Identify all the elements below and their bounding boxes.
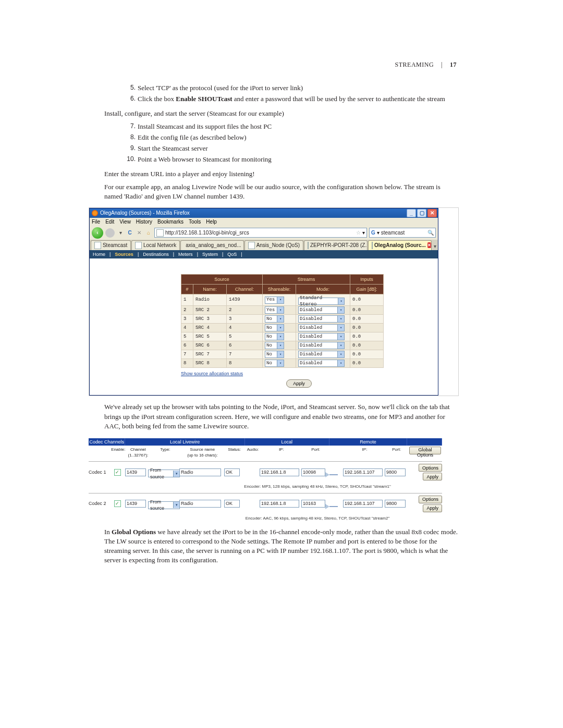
cell-shareable: No▾ — [263, 324, 296, 332]
tab-ansis[interactable]: Ansis_Node (QoS) — [244, 240, 303, 250]
enable-checkbox[interactable]: ✓ — [114, 469, 121, 476]
nav-sources[interactable]: Sources — [115, 251, 133, 258]
apply-button[interactable]: Apply — [423, 504, 442, 512]
th-gain: Gain [dB]: — [350, 284, 384, 294]
mode-select[interactable]: Disabled▾ — [298, 333, 345, 340]
cell-name: SRC 4 — [193, 324, 227, 332]
nav-qos[interactable]: QoS — [227, 251, 237, 258]
remote-ip-input[interactable]: 192.168.1.107 — [343, 500, 383, 508]
url-bar[interactable]: http://192.168.1.103/cgi-bin/cgi_srcs ☆ … — [154, 228, 367, 238]
bookmark-star-icon[interactable]: ☆ — [356, 229, 361, 237]
shareable-select[interactable]: No▾ — [265, 360, 284, 367]
options-button[interactable]: Options — [419, 464, 442, 472]
mode-select[interactable]: Disabled▾ — [298, 306, 345, 314]
mode-select[interactable]: Disabled▾ — [298, 324, 345, 331]
apply-button[interactable]: Apply — [423, 473, 442, 480]
shareable-select[interactable]: No▾ — [265, 351, 284, 358]
remote-port-input[interactable]: 9800 — [385, 468, 406, 476]
nav-meters[interactable]: Meters — [178, 251, 193, 258]
source-name-input[interactable]: Radio — [179, 500, 221, 508]
th-num: # — [181, 284, 193, 294]
search-icon[interactable]: 🔍 — [427, 229, 434, 237]
alloc-link[interactable]: Show source allocation status — [181, 370, 417, 377]
tab-label: Steamcast — [103, 242, 127, 249]
menu-history[interactable]: History — [136, 218, 152, 226]
tab-axia[interactable]: axia_analog_aes_nod... — [180, 240, 244, 250]
cell-mode: Disabled▾ — [296, 350, 350, 359]
enable-checkbox[interactable]: ✓ — [114, 500, 121, 507]
menu-bookmarks[interactable]: Bookmarks — [157, 218, 183, 226]
remote-ip-input[interactable]: 192.168.1.107 — [343, 468, 383, 476]
tab-dropdown-icon[interactable]: ▾ — [432, 243, 438, 250]
options-button[interactable]: Options — [419, 496, 442, 503]
tab-close-icon[interactable]: ✕ — [427, 242, 431, 248]
menu-help[interactable]: Help — [206, 218, 217, 226]
global-options-button[interactable]: Global Options — [409, 447, 441, 454]
nav-destinations[interactable]: Destinations — [143, 251, 169, 258]
instruction-list-2: 7.Install Steamcast and its support file… — [104, 122, 459, 165]
forward-icon[interactable] — [105, 228, 115, 238]
menu-edit[interactable]: Edit — [105, 218, 114, 226]
mode-select[interactable]: Disabled▾ — [298, 351, 345, 358]
codec-encoder-desc: Encoder: AAC, 96 kbps, sampling 48 kHz, … — [193, 515, 442, 521]
remote-port-input[interactable]: 9800 — [385, 500, 406, 508]
tab-steamcast[interactable]: Steamcast — [91, 240, 131, 250]
window-buttons: _ ▢ ✕ — [407, 209, 438, 217]
shareable-select[interactable]: No▾ — [265, 315, 284, 323]
close-icon[interactable]: ✕ — [427, 209, 437, 217]
local-port-input[interactable]: 10098 — [301, 468, 325, 476]
nav-home[interactable]: Home — [93, 251, 105, 258]
shareable-select[interactable]: No▾ — [265, 333, 284, 340]
minimize-icon[interactable]: _ — [407, 209, 416, 217]
maximize-icon[interactable]: ▢ — [417, 209, 426, 217]
local-ip-input[interactable]: 192.168.1.8 — [260, 500, 299, 508]
back-icon[interactable]: ‹ — [92, 227, 103, 239]
shareable-select[interactable]: No▾ — [265, 324, 284, 331]
cell-shareable: No▾ — [263, 332, 296, 341]
menu-file[interactable]: File — [92, 218, 100, 226]
mode-select[interactable]: Disabled▾ — [298, 360, 345, 367]
cell-mode: Disabled▾ — [296, 324, 350, 332]
tab-zephyr[interactable]: ZEPHYR-iPORT-208 (Z... — [304, 240, 368, 250]
page-number: 17 — [450, 61, 457, 68]
table-row: 7SRC 77No▾Disabled▾0.0 — [181, 350, 384, 359]
mode-select[interactable]: Disabled▾ — [298, 315, 345, 323]
source-name-input[interactable]: Radio — [179, 468, 221, 476]
mode-select[interactable]: Disabled▾ — [298, 342, 345, 349]
page-content: Source Streams Inputs # Name: Channel: S… — [90, 258, 438, 396]
th-streams: Streams — [263, 274, 350, 284]
sub-ip: IP: — [261, 446, 302, 461]
chevron-down-icon: ▾ — [277, 297, 284, 303]
menu-view[interactable]: View — [119, 218, 131, 226]
dropdown-icon[interactable]: ▾ — [117, 229, 124, 237]
chevron-down-icon: ▾ — [173, 471, 179, 477]
sub-status: Status: — [224, 446, 244, 461]
mode-select[interactable]: Standard Stereo▾ — [298, 298, 345, 305]
channel-input[interactable]: 1439 — [125, 500, 146, 508]
page-icon — [156, 229, 164, 237]
shareable-select[interactable]: Yes▾ — [265, 297, 284, 304]
nav-system[interactable]: System — [202, 251, 218, 258]
chevron-down-icon: ▾ — [277, 360, 284, 366]
table-row: 4SRC 44No▾Disabled▾0.0 — [181, 324, 384, 332]
shareable-select[interactable]: Yes▾ — [265, 306, 284, 314]
search-box[interactable]: G▾ steamcast 🔍 — [369, 228, 436, 238]
menu-tools[interactable]: Tools — [189, 218, 201, 226]
url-dropdown-icon[interactable]: ▾ — [362, 229, 365, 237]
type-select[interactable]: From source▾ — [148, 470, 180, 477]
home-icon[interactable]: ⌂ — [145, 229, 152, 237]
apply-button[interactable]: Apply — [286, 379, 312, 388]
channel-input[interactable]: 1439 — [125, 468, 146, 476]
tab-oleganalog[interactable]: OlegAnalog (Sourc...✕ — [368, 240, 432, 250]
local-ip-input[interactable]: 192.168.1.8 — [260, 468, 299, 476]
shareable-select[interactable]: No▾ — [265, 342, 284, 349]
stop-icon[interactable]: ✕ — [136, 229, 143, 237]
type-select[interactable]: From source▾ — [148, 501, 180, 509]
reload-icon[interactable]: C — [126, 229, 133, 237]
local-port-input[interactable]: 10163 — [301, 500, 325, 508]
cell-name: SRC 5 — [193, 332, 227, 341]
tab-local-network[interactable]: Local Network — [131, 240, 180, 250]
cell-channel: 7 — [227, 350, 263, 359]
cell-mode: Disabled▾ — [296, 332, 350, 341]
step-text: Point a Web browser to Steamcast for mon… — [138, 155, 272, 163]
